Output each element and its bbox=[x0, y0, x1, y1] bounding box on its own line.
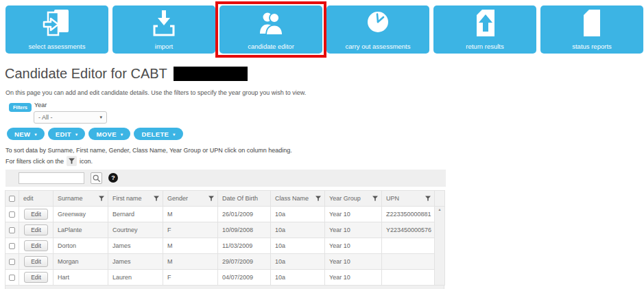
table-row: Edit LaPlante Courtney F 10/09/2008 10a … bbox=[5, 222, 445, 238]
nav-tile-label: candidate editor bbox=[248, 43, 294, 50]
edit-button[interactable]: EDIT ▾ bbox=[48, 128, 86, 140]
filter-hint-suffix: icon. bbox=[80, 158, 93, 165]
delete-button-label: DELETE bbox=[141, 130, 169, 138]
filter-icon[interactable] bbox=[372, 196, 378, 201]
filter-icon[interactable] bbox=[154, 196, 159, 201]
cell-gender: F bbox=[163, 270, 218, 286]
row-checkbox[interactable] bbox=[9, 211, 15, 218]
nav-tile-carry-out-assessments[interactable]: carry out assessments bbox=[326, 5, 429, 54]
top-nav: select assessments import bbox=[5, 5, 643, 54]
move-button[interactable]: MOVE ▾ bbox=[88, 128, 130, 140]
edit-button-label: EDIT bbox=[56, 130, 71, 138]
caret-down-icon: ▾ bbox=[75, 132, 77, 137]
nav-tile-candidate-editor[interactable]: candidate editor bbox=[219, 5, 322, 54]
column-header-first-name[interactable]: First name bbox=[108, 191, 163, 207]
cell-first-name: James bbox=[108, 238, 163, 254]
delete-button[interactable]: DELETE ▾ bbox=[134, 128, 182, 140]
row-checkbox[interactable] bbox=[9, 243, 15, 249]
cell-class-name: 10a bbox=[271, 270, 325, 286]
horizontal-scrollbar[interactable] bbox=[5, 286, 444, 289]
cell-upn bbox=[382, 254, 435, 270]
cell-upn bbox=[382, 270, 435, 286]
move-button-label: MOVE bbox=[96, 130, 117, 138]
search-input[interactable] bbox=[19, 172, 84, 184]
edit-row-button[interactable]: Edit bbox=[24, 272, 48, 283]
clock-icon bbox=[326, 8, 429, 40]
edit-row-button[interactable]: Edit bbox=[24, 224, 48, 235]
column-header-surname[interactable]: Surname bbox=[53, 191, 108, 207]
filter-icon[interactable] bbox=[425, 196, 431, 201]
cell-year-group: Year 10 bbox=[325, 222, 382, 238]
scrollbar-header-cell bbox=[435, 191, 445, 207]
cell-surname: Greenway bbox=[53, 207, 108, 222]
cell-surname: Morgan bbox=[53, 254, 108, 270]
row-checkbox[interactable] bbox=[9, 259, 15, 265]
nav-tile-label: carry out assessments bbox=[345, 43, 410, 50]
year-filter-value: - All - bbox=[38, 114, 53, 121]
cell-date-of-birth: 11/03/2009 bbox=[218, 238, 271, 254]
nav-tile-label: return results bbox=[466, 43, 503, 50]
cell-year-group: Year 10 bbox=[325, 238, 382, 254]
cell-first-name: Courtney bbox=[108, 222, 163, 238]
chevron-down-icon: ▾ bbox=[99, 115, 102, 120]
candidate-editor-page: select assessments import bbox=[0, 0, 644, 289]
cell-date-of-birth: 29/07/2009 bbox=[218, 254, 271, 270]
nav-tile-label: import bbox=[155, 43, 173, 50]
edit-row-button[interactable]: Edit bbox=[24, 240, 48, 251]
filter-icon[interactable] bbox=[315, 196, 321, 201]
nav-tile-import[interactable]: import bbox=[112, 5, 215, 54]
filters-badge[interactable]: Filters bbox=[9, 103, 32, 112]
edit-row-button[interactable]: Edit bbox=[24, 209, 48, 220]
column-header-year-group[interactable]: Year Group bbox=[325, 191, 382, 207]
action-button-row: NEW ▾ EDIT ▾ MOVE ▾ DELETE ▾ bbox=[7, 128, 183, 140]
redacted-school-name bbox=[174, 67, 248, 81]
search-icon bbox=[93, 174, 101, 183]
select-all-checkbox[interactable] bbox=[9, 196, 15, 202]
new-button[interactable]: NEW ▾ bbox=[7, 128, 45, 140]
filter-icon[interactable] bbox=[208, 196, 214, 201]
year-filter-select[interactable]: - All - ▾ bbox=[34, 111, 107, 124]
nav-tile-label: status reports bbox=[572, 43, 612, 50]
cell-class-name: 10a bbox=[271, 222, 325, 238]
table-row: Edit Greenway Bernard M 26/01/2009 10a Y… bbox=[5, 207, 445, 222]
edit-row-button[interactable]: Edit bbox=[24, 256, 48, 267]
people-icon bbox=[219, 8, 322, 40]
column-header-class-name[interactable]: Class Name bbox=[271, 191, 325, 207]
cell-class-name: 10a bbox=[271, 254, 325, 270]
nav-tile-return-results[interactable]: return results bbox=[433, 5, 536, 54]
nav-tile-select-assessments[interactable]: select assessments bbox=[5, 5, 108, 54]
cell-date-of-birth: 10/09/2008 bbox=[218, 222, 271, 238]
table-row: Edit Morgan James M 29/07/2009 10a Year … bbox=[5, 254, 445, 270]
nav-tile-status-reports[interactable]: status reports bbox=[540, 5, 643, 54]
column-header-gender[interactable]: Gender bbox=[163, 191, 218, 207]
filter-icon[interactable] bbox=[99, 196, 104, 201]
caret-down-icon: ▾ bbox=[34, 132, 36, 137]
cell-gender: M bbox=[163, 238, 218, 254]
cell-year-group: Year 10 bbox=[325, 270, 382, 286]
cell-date-of-birth: 04/07/2009 bbox=[218, 270, 271, 286]
cell-gender: M bbox=[163, 207, 218, 222]
column-header-edit: edit bbox=[19, 191, 53, 207]
search-button[interactable] bbox=[91, 172, 102, 184]
document-icon bbox=[540, 8, 643, 40]
page-title: Candidate Editor for CABT bbox=[5, 66, 167, 82]
vertical-scrollbar[interactable]: ▴ bbox=[435, 207, 445, 286]
candidates-table: edit Surname First name Gender Date Of B… bbox=[5, 190, 444, 289]
help-icon[interactable]: ? bbox=[108, 173, 118, 183]
cell-upn: Y223450000576 bbox=[382, 222, 435, 238]
download-tray-icon bbox=[112, 8, 215, 40]
cell-gender: F bbox=[163, 222, 218, 238]
new-button-label: NEW bbox=[14, 130, 30, 138]
cell-surname: Dorton bbox=[53, 238, 108, 254]
cell-class-name: 10a bbox=[271, 238, 325, 254]
cell-first-name: Bernard bbox=[108, 207, 163, 222]
year-filter-label: Year bbox=[34, 102, 47, 108]
table-row: Edit Dorton James M 11/03/2009 10a Year … bbox=[5, 238, 445, 254]
column-header-date-of-birth[interactable]: Date Of Birth bbox=[218, 191, 271, 207]
cell-upn: Z223350000881 bbox=[382, 207, 435, 222]
row-checkbox[interactable] bbox=[9, 227, 15, 233]
cell-year-group: Year 10 bbox=[325, 207, 382, 222]
table-header-row: edit Surname First name Gender Date Of B… bbox=[5, 191, 445, 207]
row-checkbox[interactable] bbox=[9, 275, 15, 281]
column-header-upn[interactable]: UPN bbox=[382, 191, 435, 207]
